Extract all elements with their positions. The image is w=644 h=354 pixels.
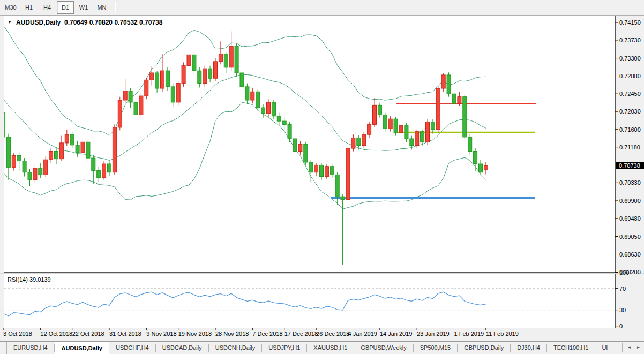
price-axis-label: 0.73730 [619,37,641,43]
date-axis-label: 22 Oct 2018 [72,330,104,337]
price-axis-label: 0.71600 [619,126,641,133]
chart-tab-usdcnh-daily[interactable]: USDCNH,Daily [209,342,262,354]
price-axis-label: 0.71180 [619,144,640,150]
date-axis: 3 Oct 201812 Oct 201822 Oct 201831 Oct 2… [3,328,519,337]
rsi-indicator-panel[interactable] [4,274,616,328]
price-axis-label: 0.69480 [619,215,641,222]
chart-tab-dj30-h4[interactable]: DJ30,H4 [511,342,546,354]
date-axis-label: 1 Feb 2019 [454,330,484,337]
rsi-indicator-label: RSI(14) 39.0139 [8,276,51,283]
timeframe-button-h1[interactable]: H1 [20,1,38,14]
chart-tab-tech100-h1[interactable]: TECH100,H1 [547,342,595,354]
date-axis-label: 7 Dec 2018 [252,330,282,337]
date-axis-label: 28 Nov 2018 [215,330,249,337]
current-price-tag: 0.70738 [616,162,644,169]
date-axis-label: 3 Oct 2018 [3,330,32,337]
date-axis-label: 12 Oct 2018 [40,330,72,337]
date-axis-label: 31 Oct 2018 [109,330,141,337]
toolbar-divider [115,2,116,13]
timeframe-button-h4[interactable]: H4 [39,1,56,14]
tab-scroll-left-button[interactable]: ◄ [625,343,634,352]
chart-tab-ui[interactable]: UI [595,342,614,354]
timeframe-button-d1[interactable]: D1 [57,1,74,14]
chart-tab-bar: EURUSD,H4AUDUSD,DailyUSDCHF,H4USDCAD,Dai… [0,341,644,354]
chart-tab-sp500-m15[interactable]: SP500,M15 [414,342,457,354]
date-axis-label: 26 Dec 2018 [316,330,349,337]
chart-symbol-period: AUDUSD,Daily [16,19,61,26]
chart-tab-audusd-daily[interactable]: AUDUSD,Daily [55,342,109,354]
price-axis-label: 0.74150 [619,19,641,26]
chart-tab-usdchf-h4[interactable]: USDCHF,H4 [109,342,155,354]
chevron-down-icon[interactable]: ▼ [8,20,12,25]
date-axis-label: 17 Dec 2018 [284,330,318,337]
tab-bar-stub [0,342,7,354]
date-axis-label: 11 Feb 2019 [486,330,519,337]
price-axis: 0.741500.737300.733000.728800.724500.720… [615,19,641,275]
timeframe-button-m30[interactable]: M30 [2,1,19,14]
chart-tab-usdcad-daily[interactable]: USDCAD,Daily [156,342,208,354]
date-axis-label: 9 Nov 2018 [146,330,176,337]
chart-tab-xauusd-h1[interactable]: XAUUSD,H1 [307,342,354,354]
chart-ohlc-quote: 0.70649 0.70820 0.70532 0.70738 [64,19,163,26]
chart-tab-gbpusd-weekly[interactable]: GBPUSD,Weekly [354,342,413,354]
tab-nav-divider [622,343,623,352]
mt4-window: M30H1H4D1W1MN 0.741500.737300.733000.728… [0,0,644,354]
price-chart-panel[interactable] [4,16,616,273]
price-axis-label: 0.69050 [619,234,641,240]
chart-tab-usdjpy-h1[interactable]: USDJPY,H1 [262,342,306,354]
price-axis-label: 0.68630 [619,251,641,258]
price-axis-label: 0.70330 [619,179,641,186]
date-axis-label: 4 Jan 2019 [348,330,377,337]
price-axis-label: 0.72450 [619,91,641,97]
chart-tab-gbpusd-daily[interactable]: GBPUSD,Daily [458,342,510,354]
rsi-axis: 10070300 [615,269,629,329]
rsi-axis-label: 0 [619,323,623,329]
price-axis-label: 0.72030 [619,108,641,115]
date-axis-label: 14 Jan 2019 [380,330,413,337]
timeframe-toolbar: M30H1H4D1W1MN [0,0,644,16]
date-axis-label: 19 Nov 2018 [178,330,212,337]
rsi-axis-label: 70 [619,285,626,292]
date-axis-label: 23 Jan 2019 [417,330,450,337]
timeframe-button-mn[interactable]: MN [93,1,110,14]
chart-tab-eurusd-h4[interactable]: EURUSD,H4 [7,342,54,354]
price-axis-label: 0.72880 [619,73,641,79]
rsi-axis-label: 30 [619,307,626,313]
tab-scroll-nav: ◄ ► [622,342,643,353]
timeframe-button-w1[interactable]: W1 [75,1,92,14]
price-axis-label: 0.69900 [619,198,641,204]
price-axis-label: 0.73300 [619,55,641,62]
chart-title: ▼AUDUSD,Daily 0.70649 0.70820 0.70532 0.… [8,19,162,26]
tab-scroll-right-button[interactable]: ► [634,343,643,352]
